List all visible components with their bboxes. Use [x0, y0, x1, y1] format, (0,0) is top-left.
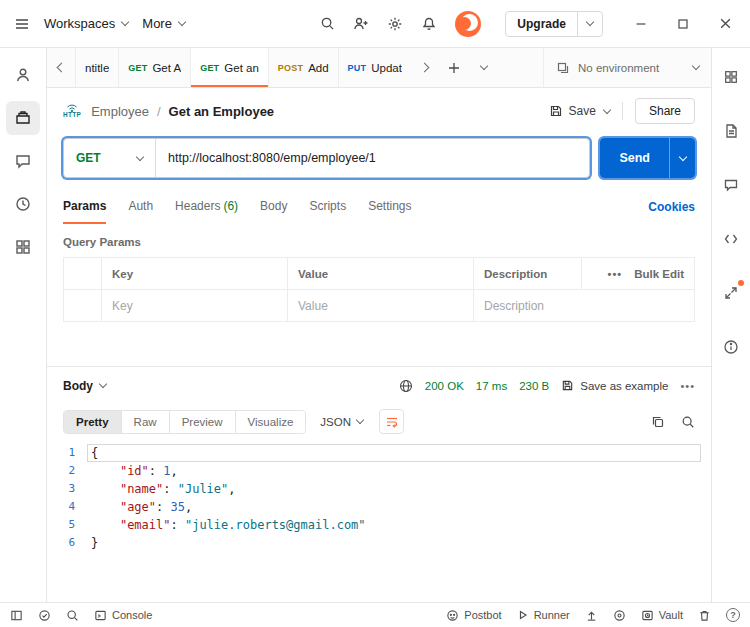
search-response-icon[interactable]	[681, 415, 695, 429]
url-input[interactable]	[156, 139, 589, 177]
request-tab[interactable]: POST Add	[268, 48, 338, 87]
notification-dot	[738, 280, 744, 286]
history-icon[interactable]	[6, 187, 40, 221]
workspaces-menu[interactable]: Workspaces	[44, 16, 128, 31]
network-globe-icon[interactable]	[399, 379, 413, 393]
response-code[interactable]: 1{2 "id": 1,3 "name": "Julie",4 "age": 3…	[47, 439, 711, 602]
request-tab-active[interactable]: GET Get an	[190, 48, 268, 87]
close-button[interactable]	[719, 17, 732, 30]
tab-preview[interactable]: Preview	[170, 411, 236, 433]
method-dropdown[interactable]: GET	[64, 139, 156, 177]
tab-settings[interactable]: Settings	[368, 190, 411, 224]
tab-scripts[interactable]: Scripts	[309, 190, 346, 224]
tab-auth[interactable]: Auth	[128, 190, 153, 224]
share-button[interactable]: Share	[635, 98, 695, 124]
environment-selector[interactable]: No environment	[543, 48, 711, 87]
vault-button[interactable]: Vault	[641, 609, 683, 622]
scroll-tabs-left-icon[interactable]	[47, 48, 75, 87]
tab-method: GET	[200, 63, 219, 73]
description-input[interactable]	[484, 299, 684, 313]
tab-raw[interactable]: Raw	[122, 411, 170, 433]
git-status-icon[interactable]	[38, 609, 51, 622]
divider	[622, 102, 623, 120]
code-line: 2 "id": 1,	[47, 462, 711, 480]
tab-body[interactable]: Body	[260, 190, 287, 224]
trash-icon[interactable]	[698, 609, 711, 622]
chevron-down-icon	[678, 152, 686, 160]
invite-user-icon[interactable]	[353, 16, 369, 32]
cookies-link[interactable]: Cookies	[648, 200, 695, 214]
environment-icon	[556, 61, 570, 75]
chevron-down-icon	[178, 18, 186, 26]
wrap-text-button[interactable]	[379, 409, 404, 434]
upgrade-button[interactable]: Upgrade	[506, 12, 578, 36]
tab-options-icon[interactable]	[469, 48, 499, 87]
new-tab-icon[interactable]	[439, 48, 469, 87]
toggle-sidebar-icon[interactable]	[10, 609, 23, 622]
search-icon[interactable]	[320, 16, 335, 31]
more-menu[interactable]: More	[142, 16, 185, 31]
tab-visualize[interactable]: Visualize	[236, 411, 306, 433]
upgrade-chevron[interactable]	[578, 12, 602, 36]
code-line: 4 "age": 35,	[47, 498, 711, 516]
tab-label: Get an	[224, 62, 259, 74]
help-icon[interactable]: ?	[726, 608, 740, 622]
send-options-chevron[interactable]	[669, 138, 695, 178]
comments-icon[interactable]	[714, 168, 748, 202]
row-select-column	[64, 258, 102, 289]
tab-pretty[interactable]: Pretty	[64, 411, 122, 433]
notifications-bell-icon[interactable]	[421, 16, 437, 32]
bulk-edit-button[interactable]: Bulk Edit	[634, 268, 684, 280]
scroll-tabs-right-icon[interactable]	[411, 48, 439, 87]
find-replace-icon[interactable]	[66, 609, 79, 622]
response-more-icon[interactable]: •••	[680, 380, 695, 392]
postbot-button[interactable]: Postbot	[446, 609, 501, 622]
chevron-down-icon	[356, 416, 364, 424]
key-input[interactable]	[112, 299, 277, 313]
documentation-icon[interactable]	[714, 114, 748, 148]
code-line-content: "age": 35,	[87, 498, 701, 516]
flows-icon[interactable]	[6, 230, 40, 264]
send-button[interactable]: Send	[600, 138, 669, 178]
save-label: Save	[569, 104, 596, 118]
related-requests-icon[interactable]	[714, 276, 748, 310]
format-dropdown[interactable]: JSON	[320, 416, 363, 428]
tab-headers[interactable]: Headers(6)	[175, 190, 238, 224]
breadcrumb-collection-link[interactable]: Employee	[91, 104, 149, 119]
request-tab[interactable]: GET Get A	[118, 48, 190, 87]
environment-quick-look-icon[interactable]	[714, 60, 748, 94]
runner-label: Runner	[534, 609, 570, 621]
cloud-agent-icon[interactable]	[613, 609, 626, 622]
request-tab-untitled[interactable]: ntitle	[75, 48, 118, 87]
copy-icon[interactable]	[651, 415, 665, 429]
profile-icon[interactable]	[6, 58, 40, 92]
chevron-left-icon	[56, 63, 66, 73]
chevron-down-icon	[121, 18, 129, 26]
capture-requests-icon[interactable]	[585, 609, 598, 622]
code-snippet-icon[interactable]	[714, 222, 748, 256]
value-input[interactable]	[298, 299, 463, 313]
runner-button[interactable]: Runner	[517, 609, 570, 621]
settings-gear-icon[interactable]	[387, 16, 403, 32]
code-line: 5 "email": "julie.roberts@gmail.com"	[47, 516, 711, 534]
chat-icon[interactable]	[6, 144, 40, 178]
more-actions-icon[interactable]: •••	[608, 268, 623, 280]
main-menu-icon[interactable]	[14, 16, 30, 32]
minimize-button[interactable]	[635, 18, 647, 30]
save-options-chevron[interactable]	[604, 110, 610, 113]
key-cell	[102, 290, 288, 321]
collections-icon[interactable]	[6, 101, 40, 135]
response-body-dropdown[interactable]: Body	[63, 379, 106, 393]
tab-params[interactable]: Params	[63, 190, 106, 224]
left-sidebar	[0, 48, 47, 602]
code-line-content: "id": 1,	[87, 462, 701, 480]
query-params-title: Query Params	[47, 224, 711, 257]
tab-method: PUT	[348, 63, 367, 73]
request-tab[interactable]: PUT Updat	[338, 48, 411, 87]
breadcrumb-row: HTTP Employee / Get an Employee Save Sha…	[47, 88, 711, 134]
console-button[interactable]: Console	[94, 609, 152, 622]
save-button[interactable]: Save	[549, 104, 596, 118]
maximize-button[interactable]	[677, 18, 689, 30]
info-icon[interactable]	[714, 330, 748, 364]
save-as-example-button[interactable]: Save as example	[561, 379, 668, 392]
